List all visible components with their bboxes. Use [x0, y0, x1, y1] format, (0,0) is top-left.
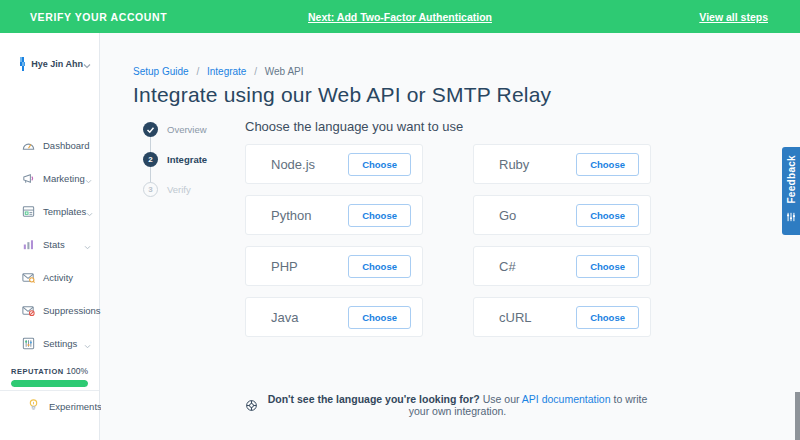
language-name: Python — [271, 208, 311, 223]
choose-ruby-button[interactable]: Choose — [576, 153, 639, 176]
breadcrumb-integrate[interactable]: Integrate — [207, 66, 246, 77]
activity-mail-search-icon — [20, 270, 36, 286]
breadcrumb-separator: / — [196, 66, 199, 77]
reputation-block: REPUTATION 100% — [0, 366, 99, 387]
vertical-scrollbar-thumb[interactable] — [795, 392, 800, 440]
language-name: C# — [499, 259, 516, 274]
sidebar-item-settings[interactable]: Settings — [0, 327, 99, 360]
help-lifesaver-icon — [245, 399, 258, 412]
step-number: 3 — [143, 182, 158, 197]
chevron-down-icon — [86, 203, 93, 221]
sliders-icon — [786, 208, 796, 226]
step-label: Integrate — [167, 154, 207, 165]
choose-java-button[interactable]: Choose — [348, 306, 411, 329]
step-label: Overview — [167, 124, 207, 135]
megaphone-icon — [20, 171, 36, 187]
stats-bars-icon — [20, 237, 36, 253]
language-chooser: Choose the language you want to use Node… — [245, 119, 800, 417]
step-number: 2 — [143, 152, 158, 167]
language-card-go: Go Choose — [473, 195, 651, 235]
sidebar-item-label: Activity — [43, 272, 73, 283]
reputation-progress-bar — [11, 380, 88, 387]
suppressions-mail-block-icon — [20, 303, 36, 319]
feedback-tab[interactable]: Feedback — [782, 147, 800, 235]
choose-go-button[interactable]: Choose — [576, 204, 639, 227]
view-all-steps-link[interactable]: View all steps — [699, 11, 768, 23]
language-card-nodejs: Node.js Choose — [245, 144, 423, 184]
sidebar-item-label: Settings — [43, 338, 77, 349]
chevron-down-icon — [84, 335, 91, 353]
sidebar-item-label: Templates — [43, 206, 86, 217]
sidebar-item-label: Dashboard — [43, 140, 89, 151]
sidebar-item-label: Experiments — [49, 401, 102, 412]
next-step-link[interactable]: Next: Add Two-Factor Authentication — [308, 11, 492, 23]
avatar — [20, 57, 25, 71]
user-menu[interactable]: Hye Jin Ahn — [0, 33, 99, 73]
feedback-tab-label: Feedback — [786, 155, 797, 204]
breadcrumb-setup-guide[interactable]: Setup Guide — [133, 66, 189, 77]
language-card-python: Python Choose — [245, 195, 423, 235]
settings-sliders-icon — [20, 336, 36, 352]
language-name: Go — [499, 208, 516, 223]
breadcrumb-separator: / — [254, 66, 257, 77]
language-card-ruby: Ruby Choose — [473, 144, 651, 184]
footer-question: Don't see the language you're looking fo… — [268, 393, 480, 405]
choose-nodejs-button[interactable]: Choose — [348, 153, 411, 176]
sidebar-item-label: Suppressions — [43, 305, 101, 316]
sidebar-item-experiments[interactable]: Experiments — [0, 391, 99, 421]
main-content: Setup Guide / Integrate / Web API Integr… — [101, 33, 800, 440]
user-name: Hye Jin Ahn — [31, 59, 83, 69]
language-card-csharp: C# Choose — [473, 246, 651, 286]
step-label: Verify — [167, 184, 191, 195]
language-card-php: PHP Choose — [245, 246, 423, 286]
footer-note: Don't see the language you're looking fo… — [245, 393, 651, 417]
reputation-label: REPUTATION — [11, 367, 64, 376]
reputation-value: 100% — [66, 366, 88, 376]
language-card-curl: cURL Choose — [473, 297, 651, 337]
sidebar-nav: Dashboard Marketing Templates Stat — [0, 129, 99, 360]
footer-text: Use our — [480, 393, 522, 405]
choose-python-button[interactable]: Choose — [348, 204, 411, 227]
language-name: PHP — [271, 259, 298, 274]
language-grid: Node.js Choose Ruby Choose Python Choose… — [245, 144, 800, 337]
lightbulb-icon — [26, 397, 41, 416]
page-title: Integrate using our Web API or SMTP Rela… — [133, 83, 800, 107]
language-name: Java — [271, 310, 298, 325]
sidebar-item-activity[interactable]: Activity — [0, 261, 99, 294]
sidebar-item-stats[interactable]: Stats — [0, 228, 99, 261]
check-icon — [143, 122, 158, 137]
setup-stepper: Overview 2 Integrate 3 Verify — [133, 119, 245, 417]
sidebar-item-label: Marketing — [43, 173, 85, 184]
sidebar-item-label: Stats — [43, 239, 65, 250]
sidebar-item-dashboard[interactable]: Dashboard — [0, 129, 99, 162]
chevron-down-icon — [84, 236, 91, 254]
language-name: Ruby — [499, 157, 529, 172]
language-card-java: Java Choose — [245, 297, 423, 337]
breadcrumb: Setup Guide / Integrate / Web API — [133, 66, 800, 77]
verify-account-banner: VERIFY YOUR ACCOUNT Next: Add Two-Factor… — [0, 0, 800, 33]
banner-view-all: View all steps — [699, 11, 768, 23]
banner-next-step: Next: Add Two-Factor Authentication — [0, 11, 800, 23]
sidebar: Hye Jin Ahn Dashboard Marketing Templa — [0, 33, 100, 440]
sidebar-item-suppressions[interactable]: Suppressions — [0, 294, 99, 327]
dashboard-gauge-icon — [20, 138, 36, 154]
sidebar-item-marketing[interactable]: Marketing — [0, 162, 99, 195]
api-documentation-link[interactable]: API documentation — [522, 393, 611, 405]
breadcrumb-web-api: Web API — [265, 66, 304, 77]
step-integrate[interactable]: 2 Integrate — [143, 152, 245, 167]
sidebar-item-templates[interactable]: Templates — [0, 195, 99, 228]
chevron-down-icon — [85, 170, 92, 188]
chooser-title: Choose the language you want to use — [245, 119, 800, 134]
step-overview[interactable]: Overview — [143, 122, 245, 137]
language-name: Node.js — [271, 157, 315, 172]
choose-curl-button[interactable]: Choose — [576, 306, 639, 329]
choose-csharp-button[interactable]: Choose — [576, 255, 639, 278]
language-name: cURL — [499, 310, 532, 325]
chevron-down-icon — [83, 55, 91, 73]
choose-php-button[interactable]: Choose — [348, 255, 411, 278]
templates-icon — [20, 204, 36, 220]
step-verify[interactable]: 3 Verify — [143, 182, 245, 197]
